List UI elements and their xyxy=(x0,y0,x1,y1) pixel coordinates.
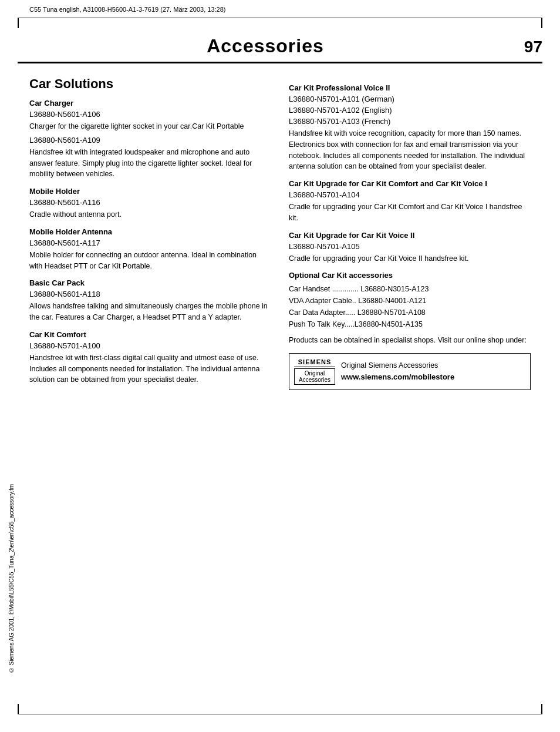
siemens-text-area: Original Siemens Accessories www.siemens… xyxy=(341,360,454,382)
car-kit-comfort-part: L36880-N5701-A100 xyxy=(29,341,271,350)
siemens-url-part2: mobilestore xyxy=(411,372,454,381)
car-kit-professional-part-de: L36880-N5701-A101 (German) xyxy=(289,95,531,103)
siemens-box: SIEMENS Original Accessories Original Si… xyxy=(289,353,531,390)
bottom-line xyxy=(18,714,542,714)
top-border-left-mark xyxy=(18,18,19,28)
accessory-row-4: Push To Talk Key.....L36880-N4501-A135 xyxy=(289,318,531,330)
car-kit-comfort-title: Car Kit Comfort xyxy=(29,330,271,339)
mobile-holder-antenna-section: Mobile Holder Antenna L36880-N5601-A117 … xyxy=(29,227,271,272)
car-kit-portable-section: L36880-N5601-A109 Handsfree kit with int… xyxy=(29,136,271,180)
siemens-url-part1: www.siemens.com/ xyxy=(341,372,411,381)
car-charger-section: Car Charger L36880-N5601-A106 Charger fo… xyxy=(29,99,271,132)
bottom-border-right-mark xyxy=(541,704,542,714)
page-title: Accessories xyxy=(18,35,513,57)
car-kit-comfort-section: Car Kit Comfort L36880-N5701-A100 Handsf… xyxy=(29,330,271,385)
bottom-border-left-mark xyxy=(18,704,19,714)
car-kit-professional-desc: Handsfree kit with voice recognition, ca… xyxy=(289,128,531,172)
top-border-right-mark xyxy=(541,18,542,28)
car-kit-upgrade-voice-ii-desc: Cradle for upgrading your Car Kit Voice … xyxy=(289,253,531,264)
title-section: Accessories 97 xyxy=(18,35,542,63)
car-kit-portable-desc: Handsfree kit with integrated loudspeake… xyxy=(29,147,271,180)
car-kit-professional-part-fr: L36880-N5701-A103 (French) xyxy=(289,117,531,126)
optional-footer: Products can be obtained in specialist s… xyxy=(289,335,531,346)
siemens-original-line2: Accessories xyxy=(296,377,333,383)
siemens-original-line1: Original xyxy=(296,370,333,377)
optional-accessories-section: Optional Car Kit accessories Car Handset… xyxy=(289,271,531,346)
car-kit-portable-part: L36880-N5601-A109 xyxy=(29,136,271,145)
mobile-holder-part: L36880-N5601-A116 xyxy=(29,198,271,207)
mobile-holder-antenna-desc: Mobile holder for connecting an outdoor … xyxy=(29,250,271,272)
mobile-holder-section: Mobile Holder L36880-N5601-A116 Cradle w… xyxy=(29,187,271,220)
section-title-main: Car Solutions xyxy=(29,76,271,92)
car-charger-title: Car Charger xyxy=(29,99,271,108)
car-kit-upgrade-voice-ii-section: Car Kit Upgrade for Car Kit Voice II L36… xyxy=(289,231,531,264)
mobile-holder-antenna-title: Mobile Holder Antenna xyxy=(29,227,271,236)
car-charger-desc: Charger for the cigarette lighter socket… xyxy=(29,121,271,132)
car-charger-part: L36880-N5601-A106 xyxy=(29,110,271,119)
header-meta: C55 Tuna english, A31008-H5600-A1-3-7619… xyxy=(29,6,226,13)
mobile-holder-title: Mobile Holder xyxy=(29,187,271,196)
car-kit-comfort-desc: Handsfree kit with first-class digital c… xyxy=(29,352,271,385)
mobile-holder-antenna-part: L36880-N5601-A117 xyxy=(29,239,271,247)
basic-car-pack-title: Basic Car Pack xyxy=(29,278,271,287)
page-wrapper: C55 Tuna english, A31008-H5600-A1-3-7619… xyxy=(0,0,560,732)
copyright-text: © Siemens AG 2001, I:\Mobil\L55\C55_Tuna… xyxy=(8,484,15,673)
content-area: Car Solutions Car Charger L36880-N5601-A… xyxy=(29,76,531,390)
car-kit-upgrade-comfort-title: Car Kit Upgrade for Car Kit Comfort and … xyxy=(289,179,531,188)
car-kit-upgrade-comfort-section: Car Kit Upgrade for Car Kit Comfort and … xyxy=(289,179,531,224)
car-kit-professional-title: Car Kit Professional Voice II xyxy=(289,83,531,92)
siemens-url: www.siemens.com/mobilestore xyxy=(341,371,454,383)
basic-car-pack-desc: Allows handsfree talking and simultaneou… xyxy=(29,301,271,323)
siemens-logo-area: SIEMENS Original Accessories xyxy=(294,358,335,385)
siemens-text-line1: Original Siemens Accessories xyxy=(341,360,454,371)
siemens-original: Original Accessories xyxy=(294,368,335,385)
accessory-row-3: Car Data Adapter..... L36880-N5701-A108 xyxy=(289,307,531,318)
car-kit-upgrade-comfort-desc: Cradle for upgrading your Car Kit Comfor… xyxy=(289,202,531,224)
siemens-brand: SIEMENS xyxy=(294,358,335,367)
mobile-holder-desc: Cradle without antenna port. xyxy=(29,209,271,220)
car-kit-upgrade-comfort-part: L36880-N5701-A104 xyxy=(289,190,531,199)
right-column: Car Kit Professional Voice II L36880-N57… xyxy=(289,76,531,390)
left-column: Car Solutions Car Charger L36880-N5601-A… xyxy=(29,76,271,390)
car-kit-professional-part-en: L36880-N5701-A102 (English) xyxy=(289,106,531,115)
basic-car-pack-part: L36880-N5601-A118 xyxy=(29,290,271,298)
header-line xyxy=(18,18,542,18)
optional-title: Optional Car Kit accessories xyxy=(289,271,531,280)
car-kit-upgrade-voice-ii-title: Car Kit Upgrade for Car Kit Voice II xyxy=(289,231,531,240)
accessory-row-1: Car Handset ............. L36880-N3015-A… xyxy=(289,283,531,295)
car-kit-upgrade-voice-ii-part: L36880-N5701-A105 xyxy=(289,242,531,251)
page-number: 97 xyxy=(513,38,542,56)
accessory-row-2: VDA Adapter Cable.. L36880-N4001-A121 xyxy=(289,295,531,307)
car-kit-professional-section: Car Kit Professional Voice II L36880-N57… xyxy=(289,83,531,172)
basic-car-pack-section: Basic Car Pack L36880-N5601-A118 Allows … xyxy=(29,278,271,323)
